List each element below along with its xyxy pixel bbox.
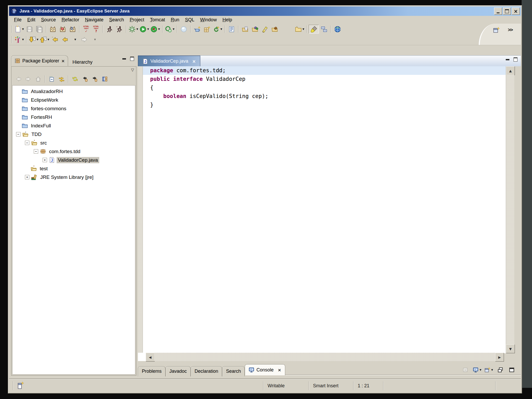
save-all-button[interactable]: [35, 25, 44, 33]
dropdown-arrow-icon[interactable]: ▼: [48, 38, 49, 41]
menu-window[interactable]: Window: [197, 17, 220, 23]
menu-run[interactable]: Run: [168, 17, 182, 23]
last-edit-location-button[interactable]: [50, 35, 60, 44]
external-tools-button[interactable]: ▼: [164, 25, 175, 33]
collapse-expander-icon[interactable]: −: [16, 132, 21, 136]
new-wizard-button[interactable]: ▼: [14, 25, 25, 33]
forward-button[interactable]: [23, 75, 33, 83]
open-console-button[interactable]: ▼: [484, 366, 494, 374]
menu-search[interactable]: Search: [106, 17, 127, 23]
dropdown-arrow-icon[interactable]: ▼: [491, 369, 493, 371]
run-button[interactable]: ▼: [139, 25, 150, 33]
display-selected-console-button[interactable]: ▼: [472, 366, 482, 374]
horizontal-scroll-track[interactable]: [154, 353, 496, 361]
menu-navigate[interactable]: Navigate: [82, 17, 106, 23]
previous-annotation-button[interactable]: ▼: [39, 35, 50, 44]
tab-validadorcep-java[interactable]: ValidadorCep.java ×: [138, 56, 200, 67]
menu-tomcat[interactable]: Tomcat: [147, 17, 168, 23]
properties-doc-button[interactable]: [227, 25, 237, 33]
open-file-folder-button[interactable]: [240, 25, 250, 33]
back-history-button[interactable]: ▼: [70, 35, 80, 44]
title-bar[interactable]: Java - ValidadorCep.java - EasyEclipse S…: [9, 6, 521, 16]
dropdown-arrow-icon[interactable]: ▼: [173, 28, 175, 30]
tree-item[interactable]: FortesRH: [12, 113, 135, 121]
refresh-button[interactable]: [70, 75, 80, 83]
html-tidy-check-button[interactable]: HTMLTIDY✓: [81, 25, 91, 33]
paint-brush-toggle[interactable]: [309, 25, 319, 34]
dropdown-arrow-icon[interactable]: ▼: [136, 28, 138, 30]
dropdown-arrow-icon[interactable]: ▼: [147, 28, 149, 30]
dropdown-arrow-icon[interactable]: ▼: [37, 38, 38, 41]
close-view-icon[interactable]: ×: [61, 58, 65, 63]
close-editor-icon[interactable]: ×: [192, 59, 196, 64]
run-servlet-button[interactable]: [115, 25, 124, 33]
minimize-view-button[interactable]: [121, 56, 127, 61]
minimize-button[interactable]: [494, 8, 502, 15]
code-area[interactable]: package com.fortes.tdd;public interface …: [143, 66, 506, 353]
expand-expander-icon[interactable]: +: [25, 175, 29, 179]
menu-edit[interactable]: Edit: [24, 17, 38, 23]
maximize-button[interactable]: [503, 8, 511, 15]
collapse-all-button[interactable]: [47, 75, 57, 83]
close-view-icon[interactable]: ×: [278, 368, 281, 372]
fast-view-icon[interactable]: [16, 381, 24, 389]
menu-help[interactable]: Help: [220, 17, 235, 23]
menu-refactor[interactable]: Refactor: [59, 17, 82, 23]
next-package-button[interactable]: [90, 75, 100, 83]
maximize-editor-button[interactable]: [513, 57, 518, 62]
tab-declaration[interactable]: Declaration: [191, 366, 222, 376]
scroll-right-button[interactable]: ▶: [495, 353, 504, 362]
new-table-wizard-button[interactable]: [202, 25, 212, 33]
tomcat-stop-button[interactable]: [58, 25, 68, 33]
maximize-view-button[interactable]: [129, 56, 135, 61]
forward-button[interactable]: [80, 35, 90, 44]
scroll-down-button[interactable]: ▼: [506, 344, 515, 353]
tomcat-restart-button[interactable]: [68, 25, 78, 33]
vertical-scroll-track[interactable]: [506, 75, 514, 345]
dropdown-arrow-icon[interactable]: ▼: [480, 369, 481, 371]
code-text[interactable]: package com.fortes.tdd;public interface …: [143, 66, 506, 109]
html-tidy-help-button[interactable]: HTMLTIDY?: [91, 25, 101, 33]
new-java-element-button[interactable]: ▼: [14, 35, 25, 44]
forward-history-button[interactable]: ▼: [90, 35, 99, 44]
tree-item[interactable]: IndexFull: [12, 121, 135, 130]
collapse-expander-icon[interactable]: −: [25, 141, 29, 145]
menu-sql[interactable]: SQL: [182, 17, 197, 23]
tab-search[interactable]: Search: [222, 366, 245, 376]
back-button[interactable]: [14, 75, 23, 83]
tab-console[interactable]: Console×: [245, 364, 285, 375]
perspective-more-chevron[interactable]: >>: [508, 27, 513, 33]
tree-item[interactable]: fortes-commons: [12, 104, 135, 113]
new-server-wizard-button[interactable]: [192, 25, 202, 33]
dropdown-arrow-icon[interactable]: ▼: [22, 38, 24, 41]
clear-console-button[interactable]: [461, 366, 470, 374]
tab-problems[interactable]: Problems: [138, 366, 165, 376]
view-menu-icon[interactable]: ▽: [131, 68, 134, 72]
tree-item[interactable]: EclipseWork: [12, 96, 135, 104]
save-button[interactable]: [25, 25, 35, 33]
sphere-button[interactable]: [179, 25, 189, 33]
dropdown-arrow-icon[interactable]: ▼: [94, 38, 96, 41]
run-jsp-button[interactable]: [105, 25, 115, 33]
dropdown-arrow-icon[interactable]: ▼: [221, 28, 222, 30]
back-button[interactable]: [60, 35, 70, 44]
tab-hierarchy[interactable]: Hierarchy: [69, 58, 96, 67]
tab-package-explorer[interactable]: Package Explorer ×: [11, 55, 68, 66]
open-resource-folder-button[interactable]: [270, 25, 280, 33]
pen-button[interactable]: [260, 25, 270, 33]
next-annotation-button[interactable]: ▼: [28, 35, 39, 44]
restore-view-button[interactable]: [495, 366, 505, 374]
tree-item[interactable]: +JRE System Library [jre]: [12, 173, 135, 181]
previous-package-button[interactable]: [80, 75, 90, 83]
expand-expander-icon[interactable]: +: [43, 158, 47, 162]
folder-menu-button[interactable]: ▼: [294, 25, 305, 33]
tab-javadoc[interactable]: Javadoc: [165, 366, 191, 376]
tree-item[interactable]: −JTDD: [12, 130, 135, 139]
outline-button[interactable]: [319, 25, 329, 33]
horizontal-scrollbar[interactable]: ◀ ▶: [146, 353, 504, 361]
menu-project[interactable]: Project: [127, 17, 147, 23]
tomcat-start-button[interactable]: [48, 25, 58, 33]
vertical-scrollbar[interactable]: ▲ ▼: [506, 66, 514, 353]
open-module-folder-button[interactable]: [250, 25, 260, 33]
tree-item[interactable]: +ValidadorCep.java: [12, 156, 135, 164]
